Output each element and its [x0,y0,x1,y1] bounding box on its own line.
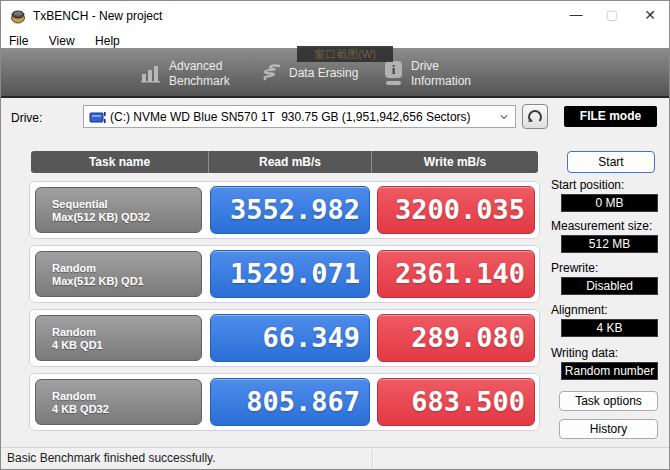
drive-info-icon: i [383,60,405,88]
drive-label: Drive: [11,111,42,125]
refresh-icon [527,108,543,124]
read-value: 1529.071 [210,250,370,298]
task-name-line2: 4 KB QD32 [52,403,109,415]
table-row: Random 4 KB QD32 805.867 683.500 [29,373,540,431]
task-name-line1: Random [52,390,96,402]
task-name-button[interactable]: Random 4 KB QD1 [35,315,202,361]
minimize-button[interactable]: — [559,1,593,29]
write-value: 2361.140 [377,250,535,298]
tab-drive-information[interactable]: i Drive Information [381,57,499,91]
title-bar: TxBENCH - New project — ▢ ✕ [1,1,669,31]
screenshot-tool-artifact: 窗口截图(W) [297,46,393,62]
task-name-line2: Max(512 KB) QD32 [52,211,150,223]
tab-advanced-label-line1: Advanced [169,59,222,73]
writing-data-value[interactable]: Random number [561,362,658,380]
table-row: Sequential Max(512 KB) QD32 3552.982 320… [29,181,540,239]
tab-data-erasing[interactable]: Data Erasing [259,57,371,91]
task-name-line1: Sequential [52,198,108,210]
maximize-button[interactable]: ▢ [595,1,629,29]
task-name-line2: 4 KB QD1 [52,339,103,351]
task-options-button[interactable]: Task options [559,391,658,411]
drive-select[interactable]: (C:) NVMe WD Blue SN570 1T 930.75 GB (1,… [83,105,516,128]
drive-value: (C:) NVMe WD Blue SN570 1T 930.75 GB (1,… [110,110,471,124]
write-value: 3200.035 [377,186,535,234]
task-name-button[interactable]: Random Max(512 KB) QD1 [35,251,202,297]
status-divider [372,450,373,468]
table-row: Random 4 KB QD1 66.349 289.080 [29,309,540,367]
write-value: 289.080 [377,314,535,362]
writing-data-label: Writing data: [551,346,618,360]
write-value: 683.500 [377,378,535,426]
measurement-size-label: Measurement size: [551,219,652,233]
read-value: 3552.982 [210,186,370,234]
app-window: TxBENCH - New project — ▢ ✕ File View He… [0,0,670,470]
eraser-icon [261,64,283,84]
header-write: Write mB/s [371,151,538,173]
chevron-down-icon [500,113,508,121]
header-task-name: Task name [31,151,208,173]
svg-text:i: i [392,62,396,77]
prewrite-label: Prewrite: [551,261,598,275]
task-name-line1: Random [52,262,96,274]
header-read: Read mB/s [208,151,371,173]
file-mode-button[interactable]: FILE mode [564,106,657,127]
start-position-label: Start position: [551,178,624,192]
start-button[interactable]: Start [567,151,655,173]
task-name-line1: Random [52,326,96,338]
alignment-value[interactable]: 4 KB [561,319,658,337]
alignment-label: Alignment: [551,303,608,317]
tab-driveinfo-label-line1: Drive [411,59,439,73]
start-position-value[interactable]: 0 MB [561,194,658,212]
prewrite-value[interactable]: Disabled [561,277,658,295]
status-bar: Basic Benchmark finished successfully. [1,447,669,469]
menu-help[interactable]: Help [87,33,128,49]
main-content: Drive: (C:) NVMe WD Blue SN570 1T 930.75… [1,98,669,447]
menu-file[interactable]: File [1,33,36,49]
app-icon [10,8,26,24]
history-button[interactable]: History [559,419,658,439]
read-value: 66.349 [210,314,370,362]
table-row: Random Max(512 KB) QD1 1529.071 2361.140 [29,245,540,303]
measurement-size-value[interactable]: 512 MB [561,235,658,253]
table-header: Task name Read mB/s Write mB/s [31,151,538,173]
tab-erasing-label: Data Erasing [289,66,358,81]
tab-driveinfo-label-line2: Information [411,74,471,88]
tab-advanced-label-line2: Benchmark [169,74,230,88]
task-name-button[interactable]: Random 4 KB QD32 [35,379,202,425]
read-value: 805.867 [210,378,370,426]
tab-advanced-benchmark[interactable]: Advanced Benchmark [139,57,251,91]
status-message: Basic Benchmark finished successfully. [7,451,216,465]
close-button[interactable]: ✕ [633,1,667,29]
drive-icon [89,110,107,125]
task-name-line2: Max(512 KB) QD1 [52,275,144,287]
refresh-drives-button[interactable] [522,104,548,129]
bar-chart-icon [141,63,163,83]
task-name-button[interactable]: Sequential Max(512 KB) QD32 [35,187,202,233]
window-title: TxBENCH - New project [33,9,162,23]
menu-view[interactable]: View [41,33,83,49]
